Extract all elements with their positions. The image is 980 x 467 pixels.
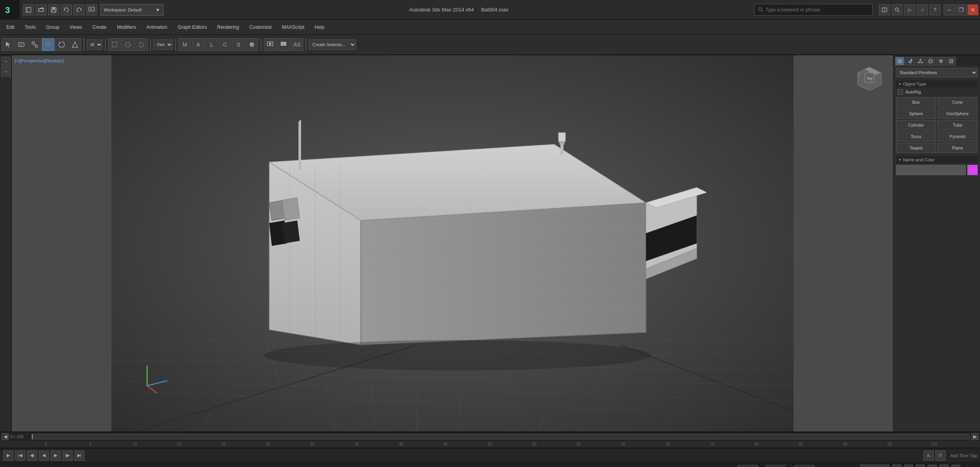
status-next-btn[interactable]: ▶ [928, 465, 937, 467]
viewport[interactable]: [+][Perspective][Realistic] [12, 55, 893, 432]
btn-plane[interactable]: Plane [937, 143, 978, 153]
render-setup-btn[interactable] [264, 38, 276, 51]
tab-hierarchy[interactable] [916, 57, 925, 65]
object-name-input[interactable] [896, 165, 966, 175]
tab-motion[interactable] [926, 57, 935, 65]
menu-maxscript[interactable]: MAXScript [277, 20, 309, 34]
help-icon[interactable]: ? [929, 4, 941, 15]
time-config-btn[interactable]: ⏱ [935, 450, 946, 461]
align-btn[interactable]: A [192, 38, 205, 51]
z-coord-input[interactable] [794, 465, 814, 467]
select-move-btn[interactable] [42, 38, 54, 51]
status-prev-btn[interactable]: ◀ [904, 465, 913, 467]
menu-group[interactable]: Group [41, 20, 64, 34]
rectangular-select-btn[interactable] [108, 38, 121, 51]
render-btn[interactable] [277, 38, 290, 51]
search-bar[interactable] [754, 4, 873, 16]
menu-graph-editors[interactable]: Graph Editors [173, 20, 212, 34]
view-dropdown[interactable]: View [153, 39, 173, 50]
status-go-end-btn[interactable]: ▶| [940, 465, 948, 467]
open-button[interactable] [36, 4, 47, 15]
undo-button[interactable] [61, 4, 72, 15]
select-object-btn[interactable] [2, 38, 14, 51]
select-rotate-btn[interactable] [55, 38, 68, 51]
search-books-icon[interactable] [879, 4, 890, 15]
menu-help[interactable]: Help [310, 20, 329, 34]
selected-dropdown[interactable]: Selected [860, 465, 889, 467]
lasso-select-btn[interactable] [135, 38, 148, 51]
btn-geosphere[interactable]: GeoSphere [937, 108, 978, 119]
tab-create[interactable] [895, 57, 905, 65]
btn-box[interactable]: Box [896, 97, 936, 107]
left-panel-btn-e[interactable]: E [1, 67, 11, 77]
link-btn[interactable] [28, 38, 41, 51]
restore-button[interactable]: ❐ [956, 4, 967, 15]
step-back-btn[interactable]: ◀ [39, 450, 49, 461]
menu-tools[interactable]: Tools [20, 20, 41, 34]
select-scale-btn[interactable] [69, 38, 81, 51]
active-shade-btn[interactable]: AS [291, 38, 303, 51]
select-type-dropdown[interactable]: All [87, 39, 103, 50]
menu-modifiers[interactable]: Modifiers [112, 20, 141, 34]
menu-customize[interactable]: Customize [244, 20, 276, 34]
go-start-btn[interactable]: |◀ [15, 450, 25, 461]
curve-editor-btn[interactable]: C [219, 38, 231, 51]
create-selection-dropdown[interactable]: Create Selectio... [309, 39, 356, 50]
select-by-name-btn[interactable] [15, 38, 28, 51]
btn-teapot[interactable]: Teapot [896, 143, 936, 153]
minimize-button[interactable]: ─ [944, 4, 955, 15]
status-play-btn[interactable]: ▶ [916, 465, 925, 467]
tab-utilities[interactable] [946, 57, 956, 65]
next-key-btn[interactable]: |▶ [62, 450, 73, 461]
step-fwd-btn[interactable]: ▶ [51, 450, 61, 461]
mirror-btn[interactable]: M [178, 38, 191, 51]
timeline-track[interactable] [32, 434, 970, 439]
workspace-selector[interactable]: Workspace: Default ▼ [100, 4, 163, 16]
btn-pyramid[interactable]: Pyramid [937, 131, 978, 142]
key-mode-btn[interactable]: K [924, 450, 934, 461]
circular-select-btn[interactable] [122, 38, 134, 51]
prev-frame-btn[interactable]: ◀ [2, 433, 9, 440]
new-button[interactable] [23, 4, 34, 15]
svg-line-67 [300, 120, 301, 121]
favorites-icon[interactable]: ☆ [917, 4, 928, 15]
go-end-btn[interactable]: ▶| [74, 450, 84, 461]
btn-tube[interactable]: Tube [937, 120, 978, 130]
btn-cone[interactable]: Cone [937, 97, 978, 107]
ruler-tick-20: 100 [912, 442, 956, 446]
menu-views[interactable]: Views [65, 20, 87, 34]
y-coord-input[interactable] [766, 465, 786, 467]
ruler-tick-0: 0 [24, 442, 68, 446]
play-btn-small[interactable]: ▶ [3, 450, 13, 461]
material-editor-btn[interactable] [246, 38, 258, 51]
status-key-btn[interactable]: K [952, 465, 960, 467]
btn-sphere[interactable]: Sphere [896, 108, 936, 119]
left-panel-btn-s[interactable]: S [1, 57, 11, 66]
btn-cylinder[interactable]: Cylinder [896, 120, 936, 130]
close-button[interactable]: ✕ [967, 4, 978, 15]
status-go-start-btn[interactable]: |◀ [892, 465, 901, 467]
menu-rendering[interactable]: Rendering [212, 20, 244, 34]
tab-display[interactable] [936, 57, 946, 65]
search-zoom-icon[interactable] [892, 4, 903, 15]
menu-animation[interactable]: Animation [142, 20, 172, 34]
layer-btn[interactable]: L [205, 38, 218, 51]
prev-key-btn[interactable]: ◀| [27, 450, 37, 461]
search-input[interactable] [766, 7, 860, 13]
redo-button[interactable] [73, 4, 84, 15]
save-button[interactable] [48, 4, 59, 15]
next-frame-btn[interactable]: ▶ [971, 433, 978, 440]
color-swatch[interactable] [967, 165, 978, 175]
schematic-btn[interactable]: S [232, 38, 245, 51]
menu-edit[interactable]: Edit [2, 20, 19, 34]
svg-rect-106 [950, 60, 953, 63]
search-person-icon[interactable]: ▷ [904, 4, 915, 15]
x-coord-input[interactable] [738, 465, 758, 467]
object-category-dropdown[interactable]: Standard Primitives [896, 68, 978, 77]
menu-create[interactable]: Create [88, 20, 111, 34]
tab-modify[interactable] [905, 57, 915, 65]
ref-button[interactable] [86, 4, 97, 15]
nav-cube[interactable]: Top [854, 63, 885, 95]
btn-torus[interactable]: Torus [896, 131, 936, 142]
autorig-checkbox[interactable] [897, 89, 903, 95]
